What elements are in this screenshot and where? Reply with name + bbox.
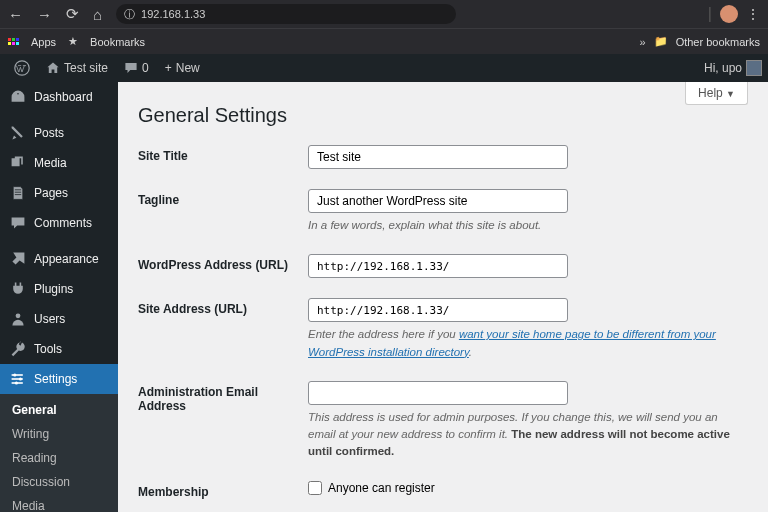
label-admin-email: Administration Email Address [138, 381, 308, 413]
submenu-discussion[interactable]: Discussion [0, 470, 118, 494]
new-content-link[interactable]: + New [157, 54, 208, 82]
wp-logo-menu[interactable] [6, 54, 38, 82]
label-membership: Membership [138, 481, 308, 499]
submenu-writing[interactable]: Writing [0, 422, 118, 446]
input-admin-email[interactable] [308, 381, 568, 405]
page-title: General Settings [138, 104, 748, 127]
browser-toolbar: ← → ⟳ ⌂ ⓘ 192.168.1.33 | ⋮ [0, 0, 768, 28]
site-name: Test site [64, 61, 108, 75]
desc-admin-email: This address is used for admin purposes.… [308, 409, 738, 461]
home-button[interactable]: ⌂ [93, 6, 102, 23]
sidebar-item-pages[interactable]: Pages [0, 178, 118, 208]
label-site-url: Site Address (URL) [138, 298, 308, 316]
sidebar-item-appearance[interactable]: Appearance [0, 244, 118, 274]
bookmarks-label[interactable]: Bookmarks [90, 36, 145, 48]
admin-sidebar: Dashboard Posts Media Pages Comments App… [0, 82, 118, 512]
sidebar-item-dashboard[interactable]: Dashboard [0, 82, 118, 112]
apps-label[interactable]: Apps [31, 36, 56, 48]
browser-menu-icon[interactable]: ⋮ [746, 6, 760, 22]
chevron-right-icon[interactable]: » [640, 36, 646, 48]
row-admin-email: Administration Email Address This addres… [138, 381, 748, 461]
chevron-down-icon: ▼ [726, 89, 735, 99]
profile-avatar[interactable] [720, 5, 738, 23]
submenu-reading[interactable]: Reading [0, 446, 118, 470]
comments-link[interactable]: 0 [116, 54, 157, 82]
svg-point-6 [19, 377, 22, 380]
site-info-icon: ⓘ [124, 7, 135, 22]
back-button[interactable]: ← [8, 6, 23, 23]
wp-admin-bar: Test site 0 + New Hi, upo [0, 54, 768, 82]
input-site-title[interactable] [308, 145, 568, 169]
svg-point-5 [13, 373, 16, 376]
divider: | [708, 5, 712, 23]
input-site-url[interactable] [308, 298, 568, 322]
other-bookmarks-label[interactable]: Other bookmarks [676, 36, 760, 48]
reload-button[interactable]: ⟳ [66, 5, 79, 23]
site-name-link[interactable]: Test site [38, 54, 116, 82]
row-site-url: Site Address (URL) Enter the address her… [138, 298, 748, 361]
sidebar-item-tools[interactable]: Tools [0, 334, 118, 364]
greeting[interactable]: Hi, upo [704, 61, 742, 75]
checkbox-anyone-register-wrap[interactable]: Anyone can register [308, 481, 748, 495]
sidebar-item-posts[interactable]: Posts [0, 118, 118, 148]
sidebar-item-plugins[interactable]: Plugins [0, 274, 118, 304]
new-label: New [176, 61, 200, 75]
svg-point-7 [15, 381, 18, 384]
settings-submenu: General Writing Reading Discussion Media… [0, 394, 118, 512]
apps-icon[interactable] [8, 38, 19, 45]
input-wp-url[interactable] [308, 254, 568, 278]
url-text: 192.168.1.33 [141, 8, 205, 20]
submenu-general[interactable]: General [0, 398, 118, 422]
row-tagline: Tagline In a few words, explain what thi… [138, 189, 748, 234]
url-bar[interactable]: ⓘ 192.168.1.33 [116, 4, 456, 24]
comments-count: 0 [142, 61, 149, 75]
row-site-title: Site Title [138, 145, 748, 169]
label-wp-url: WordPress Address (URL) [138, 254, 308, 272]
user-avatar[interactable] [746, 60, 762, 76]
forward-button[interactable]: → [37, 6, 52, 23]
label-site-title: Site Title [138, 145, 308, 163]
sidebar-item-media[interactable]: Media [0, 148, 118, 178]
row-wp-url: WordPress Address (URL) [138, 254, 748, 278]
input-tagline[interactable] [308, 189, 568, 213]
star-icon: ★ [68, 35, 78, 48]
plus-icon: + [165, 61, 172, 75]
sidebar-item-users[interactable]: Users [0, 304, 118, 334]
desc-site-url: Enter the address here if you want your … [308, 326, 738, 361]
svg-point-1 [16, 313, 21, 318]
help-tab[interactable]: Help ▼ [685, 82, 748, 105]
checkbox-anyone-register[interactable] [308, 481, 322, 495]
label-tagline: Tagline [138, 189, 308, 207]
sidebar-item-settings[interactable]: Settings [0, 364, 118, 394]
desc-tagline: In a few words, explain what this site i… [308, 217, 738, 234]
folder-icon: 📁 [654, 35, 668, 48]
sidebar-item-comments[interactable]: Comments [0, 208, 118, 238]
row-membership: Membership Anyone can register [138, 481, 748, 499]
submenu-media[interactable]: Media [0, 494, 118, 512]
bookmarks-bar: Apps ★ Bookmarks » 📁 Other bookmarks [0, 28, 768, 54]
content-area: Help ▼ General Settings Site Title Tagli… [118, 82, 768, 512]
